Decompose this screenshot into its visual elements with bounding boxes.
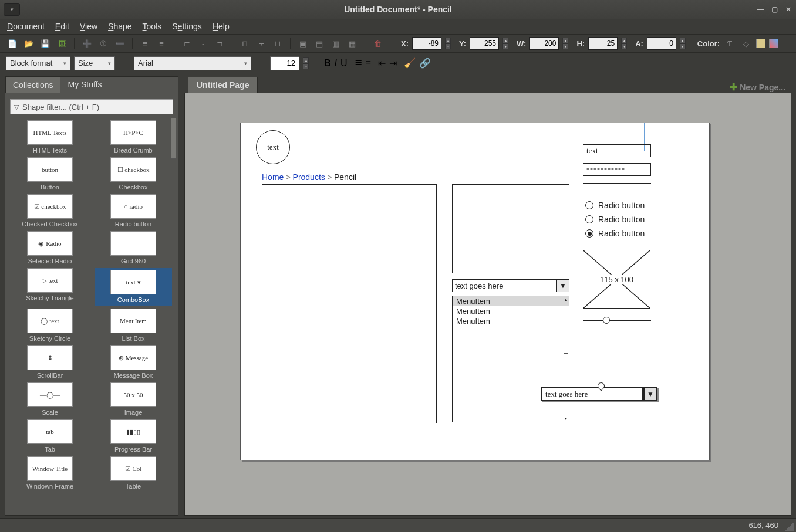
mid-rect-shape[interactable] xyxy=(452,184,569,273)
save-icon[interactable]: 💾 xyxy=(39,37,52,50)
new-page-button[interactable]: ✚ New Page... xyxy=(730,82,791,93)
valign-top-icon[interactable]: ⊓ xyxy=(238,37,251,50)
y-input[interactable] xyxy=(470,37,499,50)
valign-bottom-icon[interactable]: ⊔ xyxy=(271,37,284,50)
y-spinner[interactable]: ▴▾ xyxy=(502,38,508,49)
indent-icon[interactable]: ⇥ xyxy=(389,57,397,69)
zoom-reset-icon[interactable]: ① xyxy=(97,37,110,50)
list-number-icon[interactable]: ≡ xyxy=(366,58,371,69)
password-shape[interactable]: *********** xyxy=(583,163,651,176)
x-spinner[interactable]: ▴▾ xyxy=(445,38,451,49)
radio-icon[interactable] xyxy=(585,229,593,238)
h-spinner[interactable]: ▴▾ xyxy=(621,38,627,49)
shape-item-tab[interactable]: tabTab xyxy=(11,419,89,454)
shape-item-list-box[interactable]: MenuItemList Box xyxy=(95,309,172,343)
list-item[interactable]: MenuItem xyxy=(453,306,569,316)
zoom-in-icon[interactable]: ➕ xyxy=(80,37,93,50)
bold-icon[interactable]: B xyxy=(324,58,331,69)
shape-item-sketchy-triangle[interactable]: ▷ textSketchy Triangle xyxy=(11,268,89,306)
shapes-scrollbar[interactable] xyxy=(170,118,176,511)
system-menu-icon[interactable]: ▾ xyxy=(4,3,20,16)
radio-group-shape[interactable]: Radio button Radio button Radio button xyxy=(585,201,645,243)
shape-item-combobox[interactable]: text ▾ComboBox xyxy=(95,268,172,306)
resize-grip-icon[interactable] xyxy=(785,523,794,531)
page[interactable]: text Home > Products > Pencil text goes … xyxy=(240,123,710,460)
font-size-spinner[interactable]: ▴▾ xyxy=(303,57,309,69)
outdent-icon[interactable]: ⇤ xyxy=(378,57,386,69)
list-item[interactable]: MenuItem xyxy=(453,316,569,326)
shape-item-bread-crumb[interactable]: H>P>CBread Crumb xyxy=(95,120,172,155)
a-input[interactable] xyxy=(647,37,676,50)
font-size-input[interactable] xyxy=(270,56,299,70)
align-left-icon[interactable]: ≡ xyxy=(139,37,151,50)
menu-shape[interactable]: Shape xyxy=(108,22,132,31)
shape-item-windown-frame[interactable]: Window TitleWindown Frame xyxy=(11,456,89,491)
shape-item-progress-bar[interactable]: ▮▮▯▯Progress Bar xyxy=(95,419,172,454)
send-back-icon[interactable]: ▦ xyxy=(346,37,359,50)
zoom-out-icon[interactable]: ➖ xyxy=(113,37,126,50)
w-spinner[interactable]: ▴▾ xyxy=(562,38,568,49)
hr-shape[interactable] xyxy=(583,183,651,184)
italic-icon[interactable]: I xyxy=(335,58,337,69)
send-backward-icon[interactable]: ▥ xyxy=(329,37,342,50)
shape-item-radio-button[interactable]: ○ radioRadio button xyxy=(95,194,172,229)
shape-item-table[interactable]: ☑ ColTable xyxy=(95,456,172,491)
menu-edit[interactable]: Edit xyxy=(55,22,69,31)
clear-format-icon[interactable]: 🧹 xyxy=(404,57,416,69)
breadcrumb-shape[interactable]: Home > Products > Pencil xyxy=(262,172,356,182)
shape-item-html-texts[interactable]: HTML TextsHTML Texts xyxy=(11,120,89,155)
menu-tools[interactable]: Tools xyxy=(143,22,162,31)
page-tab[interactable]: Untitled Page xyxy=(188,77,258,93)
valign-middle-icon[interactable]: ⫟ xyxy=(255,37,268,50)
list-bullet-icon[interactable]: ≣ xyxy=(355,57,362,69)
shape-item-scrollbar[interactable]: ⇕ScrollBar xyxy=(11,345,89,380)
halign-right-icon[interactable]: ⊐ xyxy=(213,37,226,50)
shape-item-grid-960[interactable]: Grid 960 xyxy=(95,231,172,266)
menu-view[interactable]: View xyxy=(80,22,97,31)
fill-color-chip[interactable] xyxy=(756,39,765,48)
shape-item-scale[interactable]: —◯—Scale xyxy=(11,382,89,417)
menu-document[interactable]: Document xyxy=(7,22,45,31)
new-doc-icon[interactable]: 📄 xyxy=(6,37,19,50)
h-input[interactable] xyxy=(588,37,618,50)
listbox-shape[interactable]: MenuItem MenuItem MenuItem ▴▾ xyxy=(452,296,569,422)
link-icon[interactable]: 🔗 xyxy=(419,57,431,69)
list-item[interactable]: MenuItem xyxy=(453,296,569,306)
size-combo[interactable]: Size▾ xyxy=(74,56,115,70)
shape-item-button[interactable]: buttonButton xyxy=(11,157,89,192)
canvas[interactable]: text Home > Products > Pencil text goes … xyxy=(184,93,791,516)
shape-filter-input[interactable]: ▽ Shape filter... (Ctrl + F) xyxy=(10,99,173,114)
stroke-color-icon[interactable]: ◇ xyxy=(740,37,753,50)
gradient-chip[interactable] xyxy=(769,39,778,48)
combobox-shape-1[interactable]: text goes here ▼ xyxy=(452,279,569,292)
delete-icon[interactable]: 🗑 xyxy=(371,37,384,50)
radio-icon[interactable] xyxy=(585,215,593,223)
bring-front-icon[interactable]: ▣ xyxy=(296,37,309,50)
shape-item-message-box[interactable]: ⊗ MessageMessage Box xyxy=(95,345,172,380)
textfield-shape[interactable]: text xyxy=(583,144,651,157)
maximize-button[interactable]: ▢ xyxy=(768,3,781,16)
halign-center-icon[interactable]: ⫞ xyxy=(197,37,210,50)
shape-item-sketchy-circle[interactable]: ◯ textSketchy Circle xyxy=(11,309,89,343)
listbox-scrollbar[interactable]: ▴▾ xyxy=(562,296,569,422)
w-input[interactable] xyxy=(529,37,559,50)
shape-item-checkbox[interactable]: ☐ checkboxCheckbox xyxy=(95,157,172,192)
slider-shape[interactable] xyxy=(583,317,651,324)
image-placeholder-shape[interactable]: 115 x 100 xyxy=(583,250,650,309)
font-family-combo[interactable]: Arial▾ xyxy=(134,56,251,70)
sketchy-circle-shape[interactable]: text xyxy=(256,130,290,164)
align-right-icon[interactable]: ≡ xyxy=(155,37,168,50)
shape-item-checked-checkbox[interactable]: ☑ checkboxChecked Checkbox xyxy=(11,194,89,229)
radio-icon[interactable] xyxy=(585,201,593,209)
block-format-combo[interactable]: Block format▾ xyxy=(6,56,70,70)
underline-icon[interactable]: U xyxy=(340,58,348,69)
shape-item-image[interactable]: 50 x 50Image xyxy=(95,382,172,417)
open-doc-icon[interactable]: 📂 xyxy=(22,37,35,50)
export-icon[interactable]: 🖼 xyxy=(55,37,68,50)
a-spinner[interactable]: ▴▾ xyxy=(680,38,686,49)
x-input[interactable] xyxy=(412,37,441,50)
close-button[interactable]: ✕ xyxy=(782,3,795,16)
tab-collections[interactable]: Collections xyxy=(5,77,60,93)
minimize-button[interactable]: — xyxy=(754,3,767,16)
halign-left-icon[interactable]: ⊏ xyxy=(180,37,193,50)
